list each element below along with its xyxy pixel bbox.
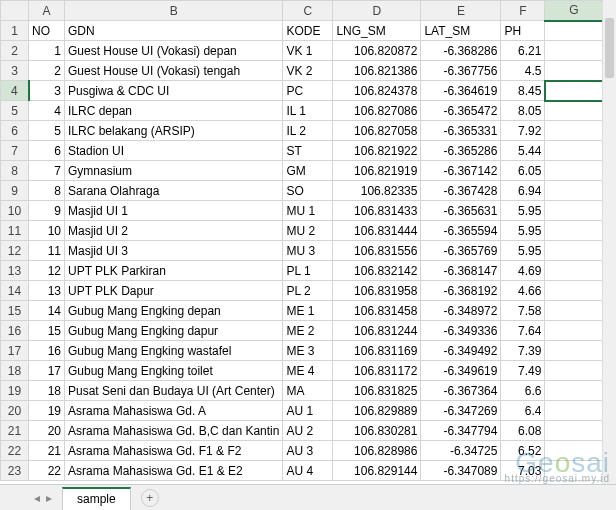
cell-B5[interactable]: ILRC depan <box>65 101 283 121</box>
row-header[interactable]: 20 <box>1 401 29 421</box>
cell-F17[interactable]: 7.39 <box>501 341 545 361</box>
cell-G2[interactable] <box>545 41 603 61</box>
cell-F13[interactable]: 4.69 <box>501 261 545 281</box>
cell-E13[interactable]: -6.368147 <box>421 261 501 281</box>
cell-G12[interactable] <box>545 241 603 261</box>
cell-D18[interactable]: 106.831172 <box>333 361 421 381</box>
select-all-corner[interactable] <box>1 1 29 21</box>
row-header[interactable]: 19 <box>1 381 29 401</box>
cell-A16[interactable]: 15 <box>29 321 65 341</box>
cell-G20[interactable] <box>545 401 603 421</box>
cell-E3[interactable]: -6.367756 <box>421 61 501 81</box>
cell-G11[interactable] <box>545 221 603 241</box>
cell-A11[interactable]: 10 <box>29 221 65 241</box>
cell-C22[interactable]: AU 3 <box>283 441 333 461</box>
cell-G21[interactable] <box>545 421 603 441</box>
cell-E8[interactable]: -6.367142 <box>421 161 501 181</box>
col-header-E[interactable]: E <box>421 1 501 21</box>
cell-D14[interactable]: 106.831958 <box>333 281 421 301</box>
cell-G16[interactable] <box>545 321 603 341</box>
cell-E5[interactable]: -6.365472 <box>421 101 501 121</box>
cell-C11[interactable]: MU 2 <box>283 221 333 241</box>
cell-G13[interactable] <box>545 261 603 281</box>
row-header[interactable]: 15 <box>1 301 29 321</box>
cell-D6[interactable]: 106.827058 <box>333 121 421 141</box>
cell-E4[interactable]: -6.364619 <box>421 81 501 101</box>
row-header[interactable]: 18 <box>1 361 29 381</box>
row-header[interactable]: 12 <box>1 241 29 261</box>
cell-F1[interactable]: PH <box>501 21 545 41</box>
cell-E14[interactable]: -6.368192 <box>421 281 501 301</box>
cell-G1[interactable] <box>545 21 603 41</box>
cell-A9[interactable]: 8 <box>29 181 65 201</box>
cell-B14[interactable]: UPT PLK Dapur <box>65 281 283 301</box>
cell-F20[interactable]: 6.4 <box>501 401 545 421</box>
cell-C6[interactable]: IL 2 <box>283 121 333 141</box>
cell-F6[interactable]: 7.92 <box>501 121 545 141</box>
cell-F19[interactable]: 6.6 <box>501 381 545 401</box>
cell-B23[interactable]: Asrama Mahasiswa Gd. E1 & E2 <box>65 461 283 481</box>
cell-D16[interactable]: 106.831244 <box>333 321 421 341</box>
cell-D13[interactable]: 106.832142 <box>333 261 421 281</box>
cell-B11[interactable]: Masjid UI 2 <box>65 221 283 241</box>
cell-E9[interactable]: -6.367428 <box>421 181 501 201</box>
cell-B3[interactable]: Guest House UI (Vokasi) tengah <box>65 61 283 81</box>
cell-E16[interactable]: -6.349336 <box>421 321 501 341</box>
cell-B4[interactable]: Pusgiwa & CDC UI <box>65 81 283 101</box>
cell-D23[interactable]: 106.829144 <box>333 461 421 481</box>
cell-G17[interactable] <box>545 341 603 361</box>
row-header[interactable]: 10 <box>1 201 29 221</box>
cell-C19[interactable]: MA <box>283 381 333 401</box>
cell-D3[interactable]: 106.821386 <box>333 61 421 81</box>
cell-A3[interactable]: 2 <box>29 61 65 81</box>
cell-F22[interactable]: 6.52 <box>501 441 545 461</box>
cell-A10[interactable]: 9 <box>29 201 65 221</box>
cell-F7[interactable]: 5.44 <box>501 141 545 161</box>
cell-G23[interactable] <box>545 461 603 481</box>
cell-D7[interactable]: 106.821922 <box>333 141 421 161</box>
cell-G6[interactable] <box>545 121 603 141</box>
cell-A5[interactable]: 4 <box>29 101 65 121</box>
cell-G4[interactable] <box>545 81 603 101</box>
cell-F11[interactable]: 5.95 <box>501 221 545 241</box>
cell-E15[interactable]: -6.348972 <box>421 301 501 321</box>
cell-B19[interactable]: Pusat Seni dan Budaya UI (Art Center) <box>65 381 283 401</box>
cell-E6[interactable]: -6.365331 <box>421 121 501 141</box>
tab-nav-right-icon[interactable]: ▸ <box>46 491 52 505</box>
row-header[interactable]: 14 <box>1 281 29 301</box>
cell-D22[interactable]: 106.828986 <box>333 441 421 461</box>
tab-nav-left-icon[interactable]: ◂ <box>34 491 40 505</box>
cell-F12[interactable]: 5.95 <box>501 241 545 261</box>
cell-D19[interactable]: 106.831825 <box>333 381 421 401</box>
sheet-tab-sample[interactable]: sample <box>62 487 131 510</box>
cell-G14[interactable] <box>545 281 603 301</box>
cell-C12[interactable]: MU 3 <box>283 241 333 261</box>
cell-B2[interactable]: Guest House UI (Vokasi) depan <box>65 41 283 61</box>
cell-F4[interactable]: 8.45 <box>501 81 545 101</box>
cell-C7[interactable]: ST <box>283 141 333 161</box>
row-header[interactable]: 8 <box>1 161 29 181</box>
cell-A13[interactable]: 12 <box>29 261 65 281</box>
cell-D11[interactable]: 106.831444 <box>333 221 421 241</box>
cell-F16[interactable]: 7.64 <box>501 321 545 341</box>
row-header[interactable]: 23 <box>1 461 29 481</box>
cell-D20[interactable]: 106.829889 <box>333 401 421 421</box>
cell-F15[interactable]: 7.58 <box>501 301 545 321</box>
cell-D4[interactable]: 106.824378 <box>333 81 421 101</box>
cell-C16[interactable]: ME 2 <box>283 321 333 341</box>
cell-F8[interactable]: 6.05 <box>501 161 545 181</box>
cell-A19[interactable]: 18 <box>29 381 65 401</box>
scrollbar-thumb[interactable] <box>605 18 614 78</box>
cell-B1[interactable]: GDN <box>65 21 283 41</box>
col-header-G[interactable]: G <box>545 1 603 21</box>
cell-C13[interactable]: PL 1 <box>283 261 333 281</box>
cell-B13[interactable]: UPT PLK Parkiran <box>65 261 283 281</box>
cell-F5[interactable]: 8.05 <box>501 101 545 121</box>
cell-A7[interactable]: 6 <box>29 141 65 161</box>
cell-B21[interactable]: Asrama Mahasiswa Gd. B,C dan Kantin <box>65 421 283 441</box>
cell-A4[interactable]: 3 <box>29 81 65 101</box>
cell-C15[interactable]: ME 1 <box>283 301 333 321</box>
cell-G19[interactable] <box>545 381 603 401</box>
cell-F21[interactable]: 6.08 <box>501 421 545 441</box>
cell-E21[interactable]: -6.347794 <box>421 421 501 441</box>
